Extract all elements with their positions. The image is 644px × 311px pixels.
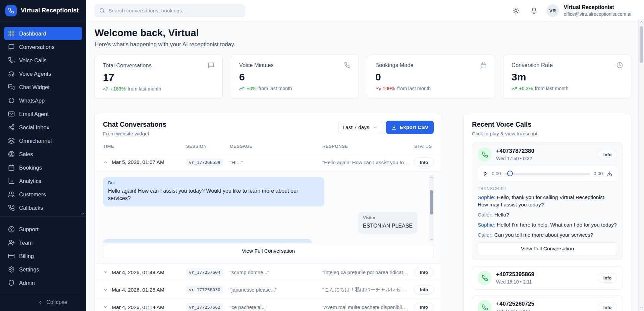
slider-track xyxy=(504,173,590,175)
chevron-up-icon[interactable] xyxy=(103,160,112,165)
sidebar-item-label: Chat Widget xyxy=(19,84,50,90)
sidebar-item-billing[interactable]: Billing xyxy=(4,249,82,263)
page-subtitle: Here's what's happening with your AI rec… xyxy=(95,41,631,48)
slider-knob[interactable] xyxy=(507,171,513,176)
trend-up-icon xyxy=(239,86,245,91)
scrollbar-up-arrow-icon[interactable] xyxy=(429,175,434,180)
sidebar-spacer xyxy=(0,290,86,291)
search-icon xyxy=(99,8,105,13)
transcript-line: Caller:Hello? xyxy=(478,211,617,219)
page-scrollbar[interactable] xyxy=(638,19,644,311)
info-badge[interactable]: Info xyxy=(414,268,434,277)
table-row[interactable]: Mar 4, 2026, 01:25 AM vr_177258030 "japa… xyxy=(95,281,442,298)
scrollbar-thumb[interactable] xyxy=(430,190,433,214)
search-input[interactable] xyxy=(108,8,240,14)
voice-call-card[interactable]: +40725395869 Wed 16:10 • 2:11 Info xyxy=(472,266,623,290)
table-row[interactable]: Mar 4, 2026, 01:49 AM vr_177257604 "scum… xyxy=(95,263,442,281)
stat-change: +183% xyxy=(110,86,126,91)
play-button[interactable] xyxy=(483,171,488,176)
collapse-sidebar-button[interactable]: Collapse xyxy=(0,293,86,311)
date-range-select[interactable]: Last 7 days xyxy=(338,121,382,134)
download-recording-button[interactable] xyxy=(606,171,612,177)
chevron-down-icon[interactable] xyxy=(103,270,112,275)
sun-icon xyxy=(513,7,519,14)
green-phone-icon xyxy=(478,300,492,311)
column-response: RESPONSE xyxy=(322,144,414,149)
transcript-label: TRANSCRIPT xyxy=(478,186,617,191)
session-badge: vr_177257662 xyxy=(186,303,223,311)
scrollbar-down-arrow-icon[interactable] xyxy=(639,305,644,311)
dashboard-grid-icon xyxy=(8,30,15,37)
global-search[interactable] xyxy=(95,4,245,17)
sidebar-item-chat-widget[interactable]: Chat Widget xyxy=(4,80,82,94)
table-row[interactable]: Mar 4, 2026, 01:14 AM vr_177257662 "ce p… xyxy=(95,298,442,311)
sidebar-item-label: Team xyxy=(19,240,33,246)
sidebar-item-voice-agents[interactable]: Voice Agents xyxy=(4,67,82,80)
call-number: +40725260725 xyxy=(496,301,534,307)
user-avatar[interactable]: VR xyxy=(546,4,559,17)
sidebar-item-label: Voice Calls xyxy=(19,57,47,64)
trend-up-icon xyxy=(512,86,517,91)
sidebar-item-support[interactable]: Support xyxy=(4,223,82,236)
sidebar-item-label: Customers xyxy=(19,191,46,198)
sidebar-item-dashboard[interactable]: Dashboard xyxy=(4,27,82,40)
topbar: VR Virtual Receptionist office@virtualre… xyxy=(86,0,644,21)
chat-messages-scroll-area[interactable]: Bot Hello again! How can I assist you to… xyxy=(103,174,434,243)
chevron-down-icon[interactable] xyxy=(103,305,112,310)
view-full-conversation-button[interactable]: View Full Conversation xyxy=(103,244,434,258)
sidebar-item-conversations[interactable]: Conversations xyxy=(4,40,82,54)
sidebar-item-email-agent[interactable]: Email Agent xyxy=(4,107,82,121)
row-message: "HI..." xyxy=(230,160,322,165)
stat-label: Total Conversations xyxy=(103,62,152,69)
sidebar-item-social-inbox[interactable]: Social Inbox xyxy=(4,121,82,134)
chat-scrollbar[interactable] xyxy=(429,175,434,242)
sidebar-scroll-chevron-down-icon[interactable] xyxy=(80,211,85,216)
expanded-conversation: Bot Hello again! How can I assist you to… xyxy=(95,171,442,263)
trend-up-icon xyxy=(103,86,108,91)
view-full-conversation-button[interactable]: View Full Conversation xyxy=(478,242,617,255)
sidebar-item-analytics[interactable]: Analytics xyxy=(4,174,82,188)
green-phone-icon xyxy=(478,271,492,285)
info-badge[interactable]: Info xyxy=(414,285,434,295)
scrollbar-down-arrow-icon[interactable] xyxy=(429,237,434,242)
row-response: "Hello again! How can I assist you toda.… xyxy=(322,160,414,165)
phone-icon xyxy=(8,57,15,64)
info-badge[interactable]: Info xyxy=(598,303,617,311)
sidebar-item-team[interactable]: Team xyxy=(4,236,82,249)
users-icon xyxy=(8,191,15,198)
chevron-down-icon[interactable] xyxy=(103,287,112,292)
sidebar-item-label: Social Inbox xyxy=(19,124,49,131)
brand-logo-phone-icon xyxy=(5,5,17,16)
sidebar-item-admin[interactable]: Admin xyxy=(4,276,82,290)
sidebar-item-omnichannel[interactable]: Omnichannel xyxy=(4,134,82,147)
bot-message-bubble: Bot Tere! Kuidas ma saan teid täna aidat… xyxy=(103,239,312,243)
seek-slider[interactable] xyxy=(504,171,590,177)
visitor-message-bubble: Visitor ESTONIAN PLEASE xyxy=(358,212,418,234)
sidebar-item-voice-calls[interactable]: Voice Calls xyxy=(4,54,82,67)
voice-call-card[interactable]: +40737872380 Wed 17:50 • 0:32 Info 0:00 … xyxy=(472,142,623,260)
table-row[interactable]: Mar 5, 2026, 01:07 AM vr_177266559 "HI..… xyxy=(95,153,442,171)
row-message: "ce pachete ai..." xyxy=(230,304,322,310)
target-icon xyxy=(8,151,15,158)
stat-label: Bookings Made xyxy=(375,62,414,68)
info-badge[interactable]: Info xyxy=(598,273,617,283)
info-badge[interactable]: Info xyxy=(414,158,434,167)
stat-value: 17 xyxy=(103,72,214,83)
scrollbar-thumb[interactable] xyxy=(640,26,643,63)
scrollbar-up-arrow-icon[interactable] xyxy=(639,19,644,25)
sidebar-item-bookings[interactable]: Bookings xyxy=(4,161,82,174)
chat-widget-icon xyxy=(8,84,15,90)
mail-icon xyxy=(8,111,15,117)
theme-toggle-button[interactable] xyxy=(510,5,522,16)
sidebar-item-settings[interactable]: Settings xyxy=(4,263,82,276)
sidebar-item-whatsapp[interactable]: WhatsApp xyxy=(4,94,82,107)
info-badge[interactable]: Info xyxy=(598,150,617,159)
sidebar-item-sales[interactable]: Sales xyxy=(4,147,82,161)
info-badge[interactable]: Info xyxy=(414,303,434,311)
sidebar-item-callbacks[interactable]: Callbacks xyxy=(4,201,82,214)
voice-call-card[interactable]: +40725260725 Tue 12:39 • 0:47 Info xyxy=(472,296,623,311)
notifications-button[interactable] xyxy=(528,5,540,16)
credit-card-icon xyxy=(8,253,15,259)
sidebar-item-customers[interactable]: Customers xyxy=(4,188,82,201)
export-csv-button[interactable]: Export CSV xyxy=(386,121,434,134)
